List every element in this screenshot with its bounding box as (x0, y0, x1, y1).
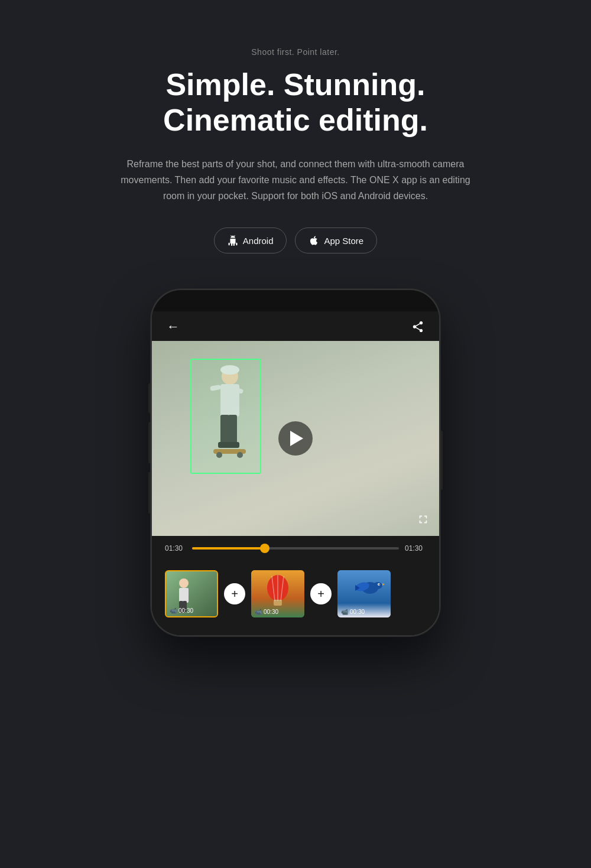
play-icon (290, 431, 303, 446)
phone-frame: ← (151, 289, 440, 636)
svg-point-13 (179, 578, 189, 588)
fullscreen-icon (417, 513, 430, 526)
time-start: 01:30 (165, 544, 186, 552)
thumb-2-video-icon: 📹 (255, 609, 262, 615)
timeline-area: 01:30 01:30 (152, 536, 439, 558)
svg-rect-14 (179, 588, 189, 603)
svg-point-25 (373, 582, 382, 589)
app-ui: ← (152, 311, 439, 635)
tagline: Shoot first. Point later. (251, 47, 339, 57)
fullscreen-button[interactable] (417, 513, 430, 529)
headline-line1: Simple. Stunning. (165, 67, 425, 102)
side-button-power (440, 431, 443, 490)
headline: Simple. Stunning. Cinematic editing. (163, 67, 428, 138)
appstore-label: App Store (324, 236, 363, 246)
phone-notch (257, 290, 334, 307)
cta-buttons: Android App Store (214, 227, 377, 253)
thumbnail-strip: 📹 00:30 + (152, 558, 439, 635)
play-button[interactable] (278, 421, 313, 456)
thumbnail-2[interactable]: 📹 00:30 (251, 570, 304, 617)
thumb-3-video-icon: 📹 (341, 609, 348, 615)
thumb-3-time: 📹 00:30 (341, 609, 365, 615)
back-icon: ← (167, 319, 180, 334)
app-header: ← (152, 311, 439, 341)
android-icon (228, 235, 238, 246)
apple-icon (309, 235, 319, 246)
timeline-track[interactable] (192, 547, 399, 550)
thumb-1-video-icon: 📹 (170, 607, 177, 614)
time-row: 01:30 01:30 (165, 544, 426, 552)
share-button[interactable] (410, 318, 426, 335)
thumbnail-1[interactable]: 📹 00:30 (165, 570, 218, 617)
add-clip-button-2[interactable]: + (310, 583, 332, 604)
video-area (152, 341, 439, 536)
share-icon (411, 320, 424, 333)
thumb-1-time: 📹 00:30 (170, 607, 193, 614)
appstore-button[interactable]: App Store (295, 227, 377, 253)
selection-box (190, 359, 261, 474)
thumbnail-3[interactable]: 📹 00:30 (337, 570, 391, 617)
headline-line2: Cinematic editing. (163, 103, 428, 137)
back-button[interactable]: ← (165, 318, 181, 335)
phone-mockup: ← (151, 289, 440, 636)
time-end: 01:30 (405, 544, 426, 552)
notch-bar (152, 290, 439, 311)
thumb-2-time: 📹 00:30 (255, 609, 278, 615)
timeline-fill (192, 547, 265, 550)
description: Reframe the best parts of your shot, and… (118, 156, 473, 204)
add-clip-button-1[interactable]: + (224, 583, 245, 604)
android-label: Android (243, 236, 274, 246)
timeline-thumb[interactable] (260, 544, 269, 553)
svg-point-29 (379, 584, 380, 585)
android-button[interactable]: Android (214, 227, 287, 253)
hero-section: Shoot first. Point later. Simple. Stunni… (0, 0, 591, 660)
